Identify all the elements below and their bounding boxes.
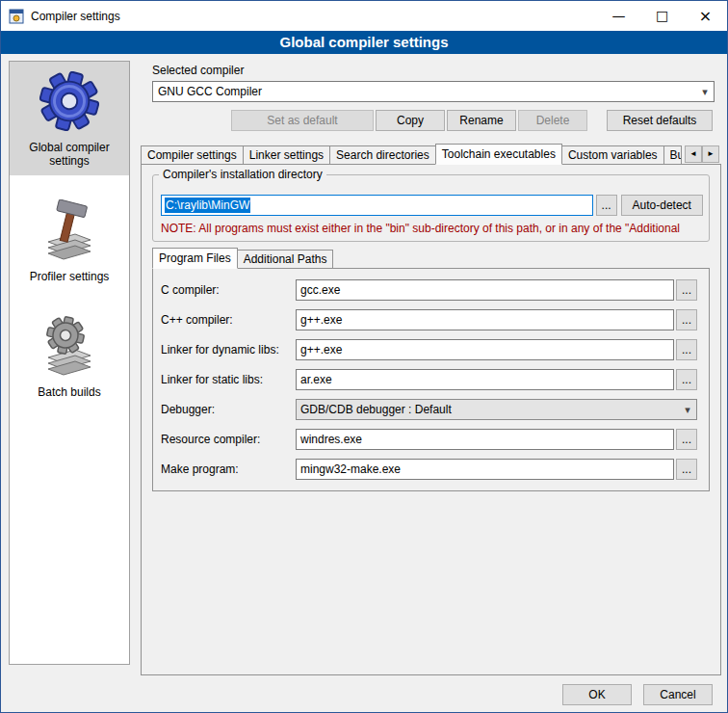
app-icon <box>9 9 24 24</box>
resource-compiler-label: Resource compiler: <box>161 433 296 446</box>
settings-sidebar: Global compiler settings <box>9 61 130 665</box>
maximize-icon[interactable]: □ <box>640 1 684 31</box>
sidebar-item-label: Global compiler settings <box>13 141 125 168</box>
dialog-content: Global compiler settings <box>1 54 727 713</box>
cpp-compiler-browse-button[interactable]: ... <box>676 309 697 330</box>
cpp-compiler-input[interactable]: g++.exe <box>296 309 674 330</box>
static-linker-input[interactable]: ar.exe <box>296 369 674 390</box>
c-compiler-value: gcc.exe <box>300 283 340 297</box>
installation-directory-browse-button[interactable]: ... <box>596 195 617 216</box>
resource-compiler-input[interactable]: windres.exe <box>296 429 674 450</box>
auto-detect-button[interactable]: Auto-detect <box>621 195 703 216</box>
set-as-default-button[interactable]: Set as default <box>231 110 374 131</box>
chevron-down-icon[interactable]: ▾ <box>696 86 714 98</box>
tab-scroll-right-icon[interactable]: ► <box>702 145 719 163</box>
static-linker-value: ar.exe <box>300 373 332 386</box>
tab-linker-settings[interactable]: Linker settings <box>243 145 330 164</box>
cpp-compiler-label: C++ compiler: <box>161 313 296 327</box>
sidebar-item-batch-builds[interactable]: Batch builds <box>10 306 129 407</box>
make-program-browse-button[interactable]: ... <box>676 459 697 480</box>
tab-program-files[interactable]: Program Files <box>152 248 238 269</box>
resource-compiler-browse-button[interactable]: ... <box>676 429 697 450</box>
c-compiler-input[interactable]: gcc.exe <box>296 279 674 301</box>
bin-subdirectory-note: NOTE: All programs must exist either in … <box>161 222 680 235</box>
cpp-compiler-row: C++ compiler: g++.exe ... <box>161 309 697 330</box>
static-linker-browse-button[interactable]: ... <box>676 369 697 390</box>
cancel-button[interactable]: Cancel <box>643 684 713 705</box>
selected-compiler-value: GNU GCC Compiler <box>158 85 262 98</box>
reset-defaults-button[interactable]: Reset defaults <box>607 110 713 131</box>
c-compiler-row: C compiler: gcc.exe ... <box>161 279 697 301</box>
c-compiler-label: C compiler: <box>161 283 296 297</box>
dynamic-linker-browse-button[interactable]: ... <box>676 339 697 360</box>
make-program-row: Make program: mingw32-make.exe ... <box>161 459 697 480</box>
cpp-compiler-value: g++.exe <box>300 313 342 327</box>
copy-button[interactable]: Copy <box>376 110 445 131</box>
sidebar-item-label: Profiler settings <box>30 270 110 283</box>
debugger-label: Debugger: <box>161 403 296 416</box>
debugger-value: GDB/CDB debugger : Default <box>300 403 452 416</box>
delete-button[interactable]: Delete <box>518 110 587 131</box>
tab-scroll-left-icon[interactable]: ◄ <box>685 145 702 163</box>
chevron-down-icon[interactable]: ▾ <box>679 404 696 416</box>
sidebar-item-global-compiler-settings[interactable]: Global compiler settings <box>10 62 129 175</box>
static-linker-label: Linker for static libs: <box>161 373 296 386</box>
make-program-input[interactable]: mingw32-make.exe <box>296 459 674 480</box>
tab-toolchain-executables[interactable]: Toolchain executables <box>435 144 562 165</box>
compiler-settings-dialog: Compiler settings — □ × Global compiler … <box>0 0 728 713</box>
debugger-row: Debugger: GDB/CDB debugger : Default ▾ <box>161 399 697 420</box>
blue-gear-icon <box>39 69 100 133</box>
titlebar: Compiler settings — □ × <box>1 1 727 31</box>
settings-tab-strip: Compiler settings Linker settings Search… <box>141 143 719 164</box>
selected-compiler-combobox[interactable]: GNU GCC Compiler ▾ <box>152 81 715 102</box>
resource-compiler-value: windres.exe <box>300 433 362 446</box>
close-icon[interactable]: × <box>684 1 727 31</box>
installation-directory-group: Compiler's installation directory C:\ray… <box>152 174 710 242</box>
debugger-combobox[interactable]: GDB/CDB debugger : Default ▾ <box>296 399 697 420</box>
c-compiler-browse-button[interactable]: ... <box>676 279 697 301</box>
tab-compiler-settings[interactable]: Compiler settings <box>141 145 244 164</box>
dynamic-linker-input[interactable]: g++.exe <box>296 339 674 360</box>
tab-build-options-truncated[interactable]: Buil <box>663 145 682 164</box>
make-program-label: Make program: <box>161 462 296 476</box>
tab-scroll-controls: ◄ ► <box>685 145 719 163</box>
installation-directory-value: C:\raylib\MinGW <box>165 198 250 213</box>
rename-button[interactable]: Rename <box>447 110 516 131</box>
tab-additional-paths[interactable]: Additional Paths <box>237 250 334 268</box>
page-title: Global compiler settings <box>1 31 727 54</box>
dynamic-linker-value: g++.exe <box>300 343 342 356</box>
static-linker-row: Linker for static libs: ar.exe ... <box>161 369 697 390</box>
selected-compiler-label: Selected compiler <box>152 64 244 77</box>
ok-button[interactable]: OK <box>562 684 632 705</box>
profiler-hammer-icon <box>39 198 100 262</box>
dynamic-linker-row: Linker for dynamic libs: g++.exe ... <box>161 339 697 360</box>
program-files-tab-strip: Program Files Additional Paths <box>152 248 332 268</box>
tab-search-directories[interactable]: Search directories <box>329 145 436 164</box>
tab-custom-variables[interactable]: Custom variables <box>561 145 664 164</box>
window-title: Compiler settings <box>31 10 597 23</box>
make-program-value: mingw32-make.exe <box>300 462 401 476</box>
installation-directory-group-title: Compiler's installation directory <box>159 168 326 181</box>
minimize-icon[interactable]: — <box>597 1 640 31</box>
toolchain-executables-panel: Compiler's installation directory C:\ray… <box>141 164 721 675</box>
sidebar-item-label: Batch builds <box>38 385 100 399</box>
compiler-action-buttons: Set as default Copy Rename Delete Reset … <box>152 110 713 131</box>
dynamic-linker-label: Linker for dynamic libs: <box>161 343 296 356</box>
sidebar-item-profiler-settings[interactable]: Profiler settings <box>10 191 129 291</box>
program-files-panel: C compiler: gcc.exe ... C++ compiler: g+… <box>152 268 710 491</box>
installation-directory-input[interactable]: C:\raylib\MinGW <box>161 195 593 216</box>
resource-compiler-row: Resource compiler: windres.exe ... <box>161 429 697 450</box>
gray-gear-stack-icon <box>39 314 100 378</box>
installation-directory-row: C:\raylib\MinGW ... Auto-detect <box>161 195 703 216</box>
